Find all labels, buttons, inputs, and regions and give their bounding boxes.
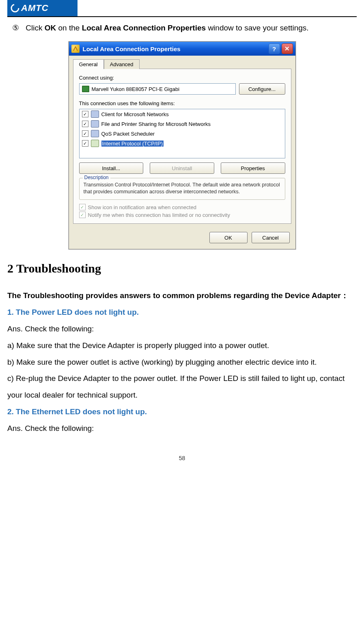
- step-text-1: Click: [26, 24, 44, 32]
- qos-icon: [91, 130, 99, 137]
- question-2: 2. The Ethernet LED does not light up.: [7, 404, 357, 420]
- uninstall-button: Uninstall: [150, 162, 214, 174]
- cancel-button[interactable]: Cancel: [252, 232, 290, 243]
- tcpip-icon: [91, 140, 99, 147]
- help-button[interactable]: ?: [269, 43, 280, 54]
- tab-advanced[interactable]: Advanced: [104, 59, 140, 69]
- brand-logo: AMTC: [7, 0, 78, 16]
- svg-point-0: [11, 4, 19, 12]
- nic-icon: [82, 86, 89, 92]
- step-text-3: window to save your settings.: [206, 24, 308, 32]
- checkbox-icon[interactable]: ✓: [82, 130, 88, 137]
- answer-1b: b) Make sure the power outlet is active …: [7, 354, 357, 371]
- step-number: ⑤: [7, 22, 24, 34]
- brand-text: AMTC: [21, 3, 49, 13]
- answer-label: Ans. Check the following:: [7, 321, 357, 337]
- checkbox-icon[interactable]: ✓: [79, 204, 86, 210]
- item-label: Client for Microsoft Networks: [101, 111, 169, 117]
- dialog-titlebar[interactable]: Local Area Connection Properties ? ✕: [69, 42, 295, 56]
- connection-items-list[interactable]: ✓ Client for Microsoft Networks ✓ File a…: [79, 109, 285, 158]
- step-instruction: ⑤ Click OK on the Local Area Connection …: [7, 22, 357, 34]
- step-text-2: on the: [56, 24, 82, 32]
- show-icon-checkbox-row[interactable]: ✓ Show icon in notification area when co…: [79, 204, 285, 210]
- brand-icon: [11, 4, 19, 13]
- checkbox-icon[interactable]: ✓: [82, 140, 88, 147]
- properties-button[interactable]: Properties: [221, 162, 285, 174]
- adapter-name-text: Marvell Yukon 88E8057 PCI-E Gigabi: [92, 86, 180, 92]
- close-icon: ✕: [284, 45, 290, 52]
- ok-button[interactable]: OK: [209, 232, 248, 243]
- answer-1c: c) Re-plug the Device Adapter to the pow…: [7, 370, 357, 404]
- checkbox-icon[interactable]: ✓: [82, 111, 88, 117]
- items-label: This connection uses the following items…: [79, 100, 285, 106]
- answer-1a: a) Make sure that the Device Adapter is …: [7, 337, 357, 354]
- xp-dialog: Local Area Connection Properties ? ✕ Gen…: [69, 41, 296, 249]
- list-item[interactable]: ✓ QoS Packet Scheduler: [80, 129, 285, 138]
- step-ok-word: OK: [45, 24, 56, 32]
- help-glyph: ?: [272, 45, 276, 52]
- connect-using-label: Connect using:: [79, 75, 285, 81]
- item-label: File and Printer Sharing for Microsoft N…: [101, 121, 211, 127]
- item-label: QoS Packet Scheduler: [101, 131, 155, 137]
- checkbox-icon[interactable]: ✓: [82, 121, 88, 127]
- tab-strip: General Advanced: [69, 56, 295, 69]
- step-window-name: Local Area Connection Properties: [82, 24, 206, 32]
- description-text: Transmission Control Protocol/Internet P…: [84, 182, 281, 195]
- section-heading: 2 Troubleshooting: [7, 262, 357, 275]
- tab-general[interactable]: General: [73, 59, 104, 69]
- header-rule: [7, 16, 357, 17]
- list-item[interactable]: ✓ File and Printer Sharing for Microsoft…: [80, 119, 285, 129]
- page-number: 58: [7, 455, 357, 461]
- notify-checkbox-row[interactable]: ✓ Notify me when this connection has lim…: [79, 212, 285, 218]
- item-label: Internet Protocol (TCP/IP): [101, 141, 164, 147]
- close-button[interactable]: ✕: [282, 43, 293, 54]
- list-item-selected[interactable]: ✓ Internet Protocol (TCP/IP): [80, 138, 285, 148]
- show-icon-label: Show icon in notification area when conn…: [88, 204, 196, 210]
- network-connection-icon: [71, 45, 80, 53]
- question-1: 1. The Power LED does not light up.: [7, 304, 357, 321]
- file-sharing-icon: [91, 120, 99, 128]
- client-service-icon: [91, 110, 99, 118]
- tab-panel-general: Connect using: Marvell Yukon 88E8057 PCI…: [73, 69, 291, 224]
- adapter-field[interactable]: Marvell Yukon 88E8057 PCI-E Gigabi: [79, 83, 236, 95]
- configure-button[interactable]: Configure...: [239, 83, 285, 95]
- checkbox-icon[interactable]: ✓: [79, 212, 86, 218]
- answer-label-2: Ans. Check the following:: [7, 420, 357, 437]
- dialog-title: Local Area Connection Properties: [83, 45, 181, 52]
- troubleshooting-intro: The Troubleshooting provides answers to …: [7, 288, 357, 304]
- description-group: Description Transmission Control Protoco…: [79, 178, 285, 200]
- description-legend: Description: [83, 175, 110, 180]
- install-button[interactable]: Install...: [79, 162, 144, 174]
- notify-label: Notify me when this connection has limit…: [88, 212, 230, 218]
- list-item[interactable]: ✓ Client for Microsoft Networks: [80, 109, 285, 119]
